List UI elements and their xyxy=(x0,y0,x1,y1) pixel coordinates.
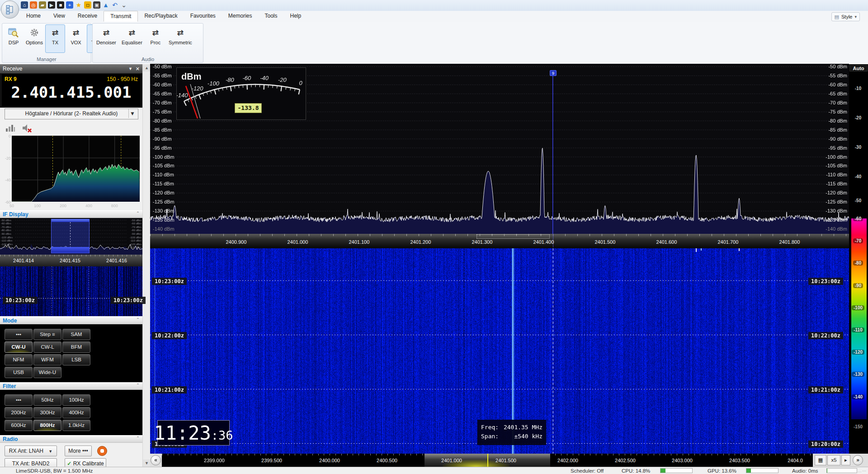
spectrum-scale-label: 2401.200 xyxy=(405,239,436,245)
help-lifering-icon[interactable]: ◎ xyxy=(30,1,37,9)
tab-view[interactable]: View xyxy=(47,11,71,22)
open-folder-icon[interactable]: ▰ xyxy=(39,1,46,9)
play-icon[interactable]: ▶ xyxy=(48,1,55,9)
scroll-right-button[interactable]: » xyxy=(853,455,863,465)
spectrum-frequency-scale[interactable]: 2400.9002401.0002401.1002401.2002401.300… xyxy=(150,234,849,247)
dsp-button[interactable]: DSP xyxy=(4,24,24,53)
filter-50hz[interactable]: 50Hz xyxy=(33,394,61,406)
filter-1-0khz[interactable]: 1.0kHz xyxy=(62,420,90,431)
mode-step-[interactable]: Step ≡ xyxy=(33,329,61,340)
tab-rec-playback[interactable]: Rec/Playback xyxy=(138,11,184,22)
ribbon-tab-row: HomeViewReceiveTransmitRec/PlaybackFavou… xyxy=(0,11,868,22)
band-list-button[interactable]: ▦ xyxy=(815,455,826,465)
colour-gradient-bar[interactable] xyxy=(851,218,867,419)
qat-more-icon[interactable]: ⌄ xyxy=(120,1,127,9)
band-scale-label: 2399.500 xyxy=(256,458,288,463)
spectrum-scale-label: 2401.000 xyxy=(282,239,313,245)
home-icon[interactable]: ⌂ xyxy=(21,1,28,9)
rx-frequency-display[interactable]: RX 9 150 - 950 Hz 2.401.415.001 xyxy=(2,74,141,107)
tuned-frequency[interactable]: 2.401.415.001 xyxy=(2,83,141,101)
tab-memories[interactable]: Memories xyxy=(222,11,259,22)
filter-800hz[interactable]: 800Hz xyxy=(33,420,61,431)
scroll-down-icon[interactable]: ▼ xyxy=(143,460,151,467)
help-lifering-icon[interactable] xyxy=(97,446,107,456)
audio-device-select[interactable]: Högtalare / Hörlurar (2- Realtek Audio) … xyxy=(5,109,138,119)
app-menu-button[interactable] xyxy=(1,0,19,19)
waterfall-colour-scale[interactable]: Auto -10-20-30-40-50 -60-70-80-90-100-11… xyxy=(849,64,868,454)
filter-400hz[interactable]: 400Hz xyxy=(62,407,90,418)
style-button[interactable]: ▤ Style ▾ xyxy=(831,12,860,21)
receive-panel-header[interactable]: Receive ▼ ✕ xyxy=(0,64,142,73)
panel-close-icon[interactable]: ✕ xyxy=(136,64,140,73)
symmetric-button[interactable]: ⇄Symmetric xyxy=(166,24,194,53)
audio-levels-icon[interactable] xyxy=(5,124,15,132)
filter-header[interactable]: Filter ˆ xyxy=(0,382,142,390)
volume-row: 33 xyxy=(0,122,142,134)
vox-button[interactable]: ⇄VOX xyxy=(66,24,86,53)
filter-100hz[interactable]: 100Hz xyxy=(62,394,90,406)
mode-header[interactable]: Mode ˆ xyxy=(0,317,142,324)
panel-collapse-icon[interactable]: ▼ xyxy=(128,64,132,73)
favourite-star-icon[interactable]: ★ xyxy=(75,1,82,9)
band-frequency-scale[interactable]: 2399.0002399.5002400.0002400.5002401.000… xyxy=(162,454,813,467)
proc-button[interactable]: ⇄Proc xyxy=(146,24,165,53)
if-display-header[interactable]: IF Display ˆ xyxy=(0,210,142,218)
mode-usb[interactable]: USB xyxy=(5,367,33,378)
collapse-up-icon[interactable]: ˆ xyxy=(137,383,139,390)
options-button[interactable]: Options xyxy=(24,24,44,53)
rx-antenna-select[interactable]: RX Ant: LNAH ▼ xyxy=(5,446,57,456)
collapse-up-icon[interactable]: ˆ xyxy=(137,436,139,443)
filter--[interactable]: ••• xyxy=(5,394,33,406)
panel-scrollbar[interactable]: ▲ ▼ xyxy=(142,64,150,467)
mode-sam[interactable]: SAM xyxy=(62,329,90,340)
gpu-usage-bar xyxy=(746,468,778,473)
equaliser-button[interactable]: ⇄Equaliser xyxy=(119,24,145,53)
mode-wide-u[interactable]: Wide-U xyxy=(33,367,61,378)
mode-cw-u[interactable]: CW-U xyxy=(5,341,33,353)
dsp-window-icon xyxy=(8,28,19,38)
more-button[interactable]: More ••• xyxy=(65,446,92,456)
tab-home[interactable]: Home xyxy=(20,11,47,22)
radio-header[interactable]: Radio ˆ xyxy=(0,435,142,443)
app-logo-icon xyxy=(5,5,15,14)
collapse-up-icon[interactable]: ˆ xyxy=(137,211,139,218)
add-icon[interactable]: + xyxy=(66,1,73,9)
mode-lsb[interactable]: LSB xyxy=(62,354,90,365)
zoom-factor-button[interactable]: x5 xyxy=(827,455,840,465)
tab-transmit[interactable]: Transmit xyxy=(104,11,138,22)
mode-bfm[interactable]: BFM xyxy=(62,341,90,353)
tab-receive[interactable]: Receive xyxy=(71,11,104,22)
tab-tools[interactable]: Tools xyxy=(259,11,284,22)
tab-favourites[interactable]: Favourites xyxy=(184,11,222,22)
rx-marker-flag[interactable]: 9 xyxy=(550,70,557,76)
sdr-console-window: ⌂◎▰▶■+★◘▣▲↶⌄ HomeViewReceiveTransmitRec/… xyxy=(0,0,868,474)
tx-button[interactable]: ⇄TX xyxy=(45,24,65,53)
antenna-icon[interactable]: ▲ xyxy=(102,1,109,9)
if-waterfall[interactable] xyxy=(0,266,142,316)
filter-300hz[interactable]: 300Hz xyxy=(33,407,61,418)
mode--[interactable]: ••• xyxy=(5,329,33,340)
spectrum-db-label-left: -60 dBm xyxy=(153,82,172,87)
mode-wfm[interactable]: WFM xyxy=(33,354,61,365)
mode-cw-l[interactable]: CW-L xyxy=(33,341,61,353)
auto-range-button[interactable]: Auto xyxy=(849,65,868,71)
zoom-arrow-button[interactable]: ▸ xyxy=(841,455,850,465)
lock-icon[interactable]: ◘ xyxy=(84,1,91,9)
mute-speaker-icon[interactable] xyxy=(22,123,33,133)
record-icon[interactable]: ■ xyxy=(57,1,64,9)
snapshot-camera-icon[interactable]: ▣ xyxy=(93,1,100,9)
scroll-up-icon[interactable]: ▲ xyxy=(143,64,151,71)
filter-200hz[interactable]: 200Hz xyxy=(5,407,33,418)
tab-help[interactable]: Help xyxy=(284,11,308,22)
if-waterfall-timestamp-left: 10:23:00z xyxy=(3,297,38,304)
denoiser-button[interactable]: ⇄Denoiser xyxy=(94,24,118,53)
collapse-up-icon[interactable]: ˆ xyxy=(137,317,139,325)
resize-grip[interactable]: …⋯ xyxy=(858,469,867,473)
undo-icon[interactable]: ↶ xyxy=(111,1,118,9)
spectrum-db-label-right: -80 dBm xyxy=(814,118,847,123)
filter-600hz[interactable]: 600Hz xyxy=(5,420,33,431)
spectrum-db-label-right: -125 dBm xyxy=(814,199,847,204)
scroll-left-button[interactable]: « xyxy=(151,455,161,465)
mode-nfm[interactable]: NFM xyxy=(5,354,33,365)
if-spectrum[interactable] xyxy=(0,218,142,255)
